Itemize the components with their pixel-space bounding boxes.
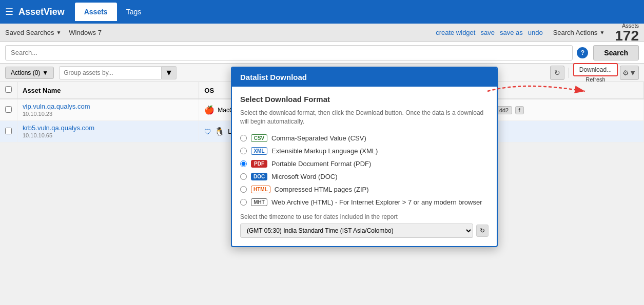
format-option-mht: MHT Web Archive (HTML) - For Internet Ex… bbox=[240, 198, 489, 206]
format-option-html: HTML Compressed HTML pages (ZIP) bbox=[240, 186, 489, 193]
doc-badge: DOC bbox=[251, 173, 267, 180]
save-as-link[interactable]: save as bbox=[500, 29, 523, 36]
format-radio-mht[interactable] bbox=[240, 199, 247, 206]
shield-os-icon: 🛡 bbox=[204, 128, 211, 136]
format-radio-doc[interactable] bbox=[240, 173, 247, 180]
second-bar: Saved Searches ▼ Windows 7 create widget… bbox=[0, 24, 644, 42]
actions-arrow-icon: ▼ bbox=[42, 69, 48, 76]
dialog-title: Datalist Download bbox=[240, 73, 307, 82]
save-link[interactable]: save bbox=[480, 29, 494, 36]
asset-name-header: Asset Name bbox=[17, 82, 199, 99]
html-label: Compressed HTML pages (ZIP) bbox=[275, 186, 369, 193]
timezone-label: Select the timezone to use for dates inc… bbox=[240, 213, 489, 220]
xml-badge: XML bbox=[251, 147, 267, 155]
row2-asset-link[interactable]: krb5.vuln.qa.qualys.com bbox=[23, 124, 193, 132]
mht-badge: MHT bbox=[251, 198, 267, 206]
select-all-checkbox[interactable] bbox=[5, 86, 12, 93]
group-by-select[interactable]: ▼ bbox=[59, 66, 177, 79]
row2-asset-name-cell: krb5.vuln.qa.qualys.com 10.10.10.65 bbox=[17, 121, 199, 143]
mht-label: Web Archive (HTML) - For Internet Explor… bbox=[271, 198, 482, 206]
timezone-row: (GMT 05:30) India Standard Time (IST Asi… bbox=[240, 223, 489, 238]
format-radio-xml[interactable] bbox=[240, 148, 247, 154]
create-widget-link[interactable]: create widget bbox=[436, 29, 475, 36]
xml-label: Extensible Markup Language (XML) bbox=[271, 147, 378, 155]
gear-icon-btn[interactable]: ⚙ ▼ bbox=[620, 66, 639, 80]
format-radio-pdf[interactable] bbox=[240, 160, 247, 167]
assets-count-area: Assets 172 bbox=[615, 23, 639, 43]
download-button[interactable]: Download... bbox=[573, 63, 618, 76]
toolbar-right: ↻ Download... Refresh ⚙ ▼ bbox=[550, 63, 639, 83]
app-brand: AssetView bbox=[18, 7, 65, 17]
help-icon[interactable]: ? bbox=[577, 47, 588, 58]
apple-os-icon: 🍎 bbox=[204, 105, 214, 115]
gear-icon: ⚙ bbox=[622, 69, 629, 77]
row1-asset-link[interactable]: vip.vuln.qa.qualys.com bbox=[23, 103, 193, 110]
tab-assets[interactable]: Assets bbox=[75, 3, 117, 21]
actions-button[interactable]: Actions (0) ▼ bbox=[5, 67, 54, 79]
saved-searches-button[interactable]: Saved Searches ▼ bbox=[5, 29, 61, 36]
dialog-description: Select the download format, then click t… bbox=[240, 109, 489, 126]
download-area: Download... Refresh bbox=[573, 63, 618, 83]
timezone-select[interactable]: (GMT 05:30) India Standard Time (IST Asi… bbox=[240, 223, 473, 238]
row1-ip: 10.10.10.23 bbox=[23, 111, 52, 117]
gear-arrow-icon: ▼ bbox=[629, 69, 636, 77]
row2-checkbox[interactable] bbox=[5, 128, 12, 134]
toolbar-divider bbox=[569, 68, 569, 78]
second-bar-actions: create widget save save as undo bbox=[436, 29, 543, 36]
assets-count: 172 bbox=[615, 29, 639, 43]
doc-label: Microsoft Word (DOC) bbox=[271, 173, 337, 180]
actions-label: Actions (0) bbox=[11, 69, 40, 76]
search-input[interactable] bbox=[5, 45, 573, 60]
format-radio-html[interactable] bbox=[240, 186, 247, 193]
top-nav: ☰ AssetView Assets Tags bbox=[0, 0, 644, 24]
search-bar: ? Search bbox=[0, 42, 644, 64]
tab-tags[interactable]: Tags bbox=[117, 3, 151, 21]
format-radio-csv[interactable] bbox=[240, 135, 247, 141]
linux-os-icon: 🐧 bbox=[214, 127, 225, 136]
dialog-body: Select Download Format Select the downlo… bbox=[232, 87, 497, 246]
group-by-arrow-icon[interactable]: ▼ bbox=[162, 66, 177, 79]
current-search-label: Windows 7 bbox=[69, 29, 102, 36]
pdf-label: Portable Document Format (PDF) bbox=[271, 160, 371, 168]
row1-checkbox[interactable] bbox=[5, 106, 12, 113]
search-button[interactable]: Search bbox=[593, 45, 639, 60]
saved-searches-arrow-icon: ▼ bbox=[56, 30, 61, 35]
format-option-pdf: PDF Portable Document Format (PDF) bbox=[240, 160, 489, 168]
format-option-csv: CSV Comma-Separated Value (CSV) bbox=[240, 134, 489, 142]
timezone-refresh-button[interactable]: ↻ bbox=[476, 225, 489, 237]
dialog-header: Datalist Download bbox=[232, 68, 497, 87]
tag-badge[interactable]: f bbox=[515, 106, 524, 114]
hamburger-icon[interactable]: ☰ bbox=[5, 6, 13, 17]
group-by-input[interactable] bbox=[59, 66, 162, 79]
row1-checkbox-cell[interactable] bbox=[0, 99, 17, 121]
pdf-badge: PDF bbox=[251, 160, 267, 168]
format-option-doc: DOC Microsoft Word (DOC) bbox=[240, 173, 489, 180]
undo-link[interactable]: undo bbox=[528, 29, 543, 36]
refresh-text[interactable]: Refresh bbox=[573, 76, 618, 83]
csv-badge: CSV bbox=[251, 134, 267, 142]
row2-ip: 10.10.10.65 bbox=[23, 132, 52, 138]
row1-asset-name-cell: vip.vuln.qa.qualys.com 10.10.10.23 bbox=[17, 99, 199, 121]
format-option-xml: XML Extensible Markup Language (XML) bbox=[240, 147, 489, 155]
csv-label: Comma-Separated Value (CSV) bbox=[271, 134, 366, 142]
tag-badge[interactable]: dd2 bbox=[496, 106, 512, 114]
refresh-icon-btn[interactable]: ↻ bbox=[550, 66, 564, 80]
select-all-header[interactable] bbox=[0, 82, 17, 99]
dialog-subtitle: Select Download Format bbox=[240, 95, 489, 104]
search-actions-arrow-icon: ▼ bbox=[599, 30, 604, 35]
search-actions-button[interactable]: Search Actions ▼ bbox=[553, 29, 605, 36]
html-badge: HTML bbox=[251, 186, 270, 193]
datalist-download-dialog: Datalist Download Select Download Format… bbox=[231, 67, 498, 247]
row2-checkbox-cell[interactable] bbox=[0, 121, 17, 143]
